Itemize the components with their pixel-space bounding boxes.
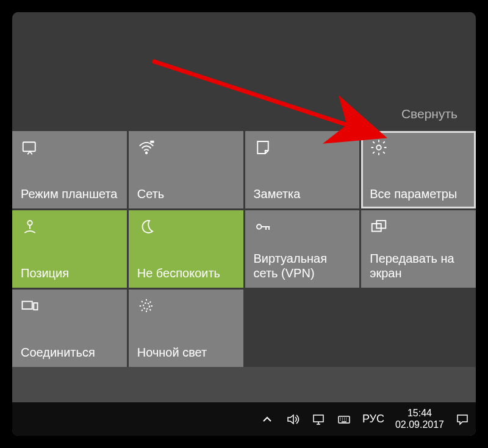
tray-clock[interactable]: 15:44 02.09.2017 (395, 408, 444, 430)
svg-point-10 (143, 303, 149, 309)
taskbar: РУС 15:44 02.09.2017 (12, 402, 476, 436)
svg-point-5 (257, 224, 262, 229)
svg-point-3 (377, 145, 382, 150)
action-center-header: Свернуть (12, 12, 476, 131)
tray-time: 15:44 (395, 408, 444, 419)
tile-label: Сеть (137, 187, 235, 201)
volume-icon[interactable] (285, 412, 300, 427)
svg-rect-0 (23, 142, 35, 151)
tile-label: Позиция (21, 266, 118, 280)
tile-label: Соединиться (21, 345, 118, 360)
quick-action-tiles: Режим планшета Сеть Заметка (12, 131, 476, 367)
tile-note[interactable]: Заметка (245, 131, 360, 208)
tile-label: Заметка (254, 187, 351, 201)
tile-network[interactable]: Сеть (129, 131, 243, 208)
svg-point-1 (146, 152, 148, 154)
tile-label: Режим планшета (21, 187, 118, 201)
tile-project[interactable]: Передавать на экран (361, 210, 476, 288)
tile-connect[interactable]: Соединиться (12, 290, 127, 367)
tile-label: Ночной свет (137, 345, 235, 360)
tile-night-light[interactable]: Ночной свет (129, 290, 243, 367)
connect-icon (21, 297, 39, 315)
wifi-icon (137, 138, 156, 157)
tile-label: Все параметры (370, 187, 467, 201)
tile-vpn[interactable]: Виртуальная сеть (VPN) (245, 210, 360, 288)
vpn-icon (254, 218, 272, 236)
tray-overflow-icon[interactable] (260, 412, 274, 427)
svg-rect-9 (34, 303, 37, 310)
language-indicator[interactable]: РУС (362, 413, 384, 425)
tray-date: 02.09.2017 (395, 419, 444, 430)
tile-location[interactable]: Позиция (12, 210, 127, 288)
network-tray-icon[interactable] (311, 412, 326, 427)
tile-label: Виртуальная сеть (VPN) (254, 251, 351, 280)
action-center-icon[interactable] (455, 412, 470, 427)
tile-quiet-hours[interactable]: Не беспокоить (129, 210, 243, 288)
tile-tablet-mode[interactable]: Режим планшета (12, 131, 127, 208)
tile-all-settings[interactable]: Все параметры (361, 131, 476, 208)
tile-label: Не беспокоить (137, 266, 235, 280)
gear-icon (370, 138, 388, 157)
svg-point-4 (27, 221, 32, 226)
moon-icon (137, 218, 156, 236)
sun-icon (137, 297, 156, 315)
note-icon (254, 138, 272, 157)
location-icon (21, 218, 39, 236)
keyboard-icon[interactable] (337, 412, 351, 427)
project-icon (370, 218, 388, 236)
svg-rect-2 (150, 141, 154, 143)
collapse-link[interactable]: Свернуть (401, 107, 458, 121)
svg-rect-8 (23, 302, 32, 310)
tile-label: Передавать на экран (370, 251, 467, 280)
tablet-icon (21, 138, 39, 157)
svg-rect-12 (314, 415, 323, 422)
